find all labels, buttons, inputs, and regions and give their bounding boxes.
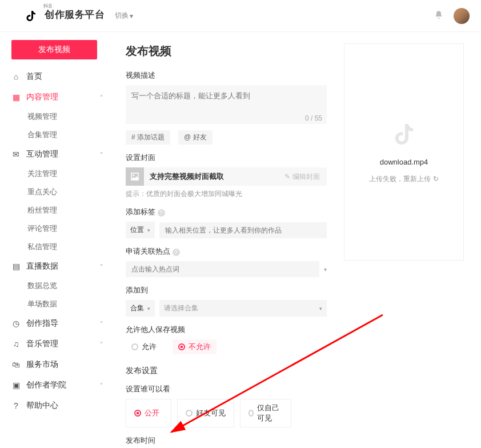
visibility-self-radio[interactable]: 仅自己可见 bbox=[240, 399, 291, 427]
upload-status[interactable]: 上传失败，重新上传 ↻ bbox=[369, 174, 438, 184]
help-icon: ? bbox=[11, 401, 21, 410]
brand-name: 创作服务平台 bbox=[45, 9, 105, 20]
music-icon: ♫ bbox=[11, 339, 21, 349]
location-input[interactable] bbox=[159, 222, 327, 238]
tag-label: 添加标签 ? bbox=[126, 207, 327, 217]
tag-type-select[interactable]: 位置▾ bbox=[126, 222, 155, 238]
publish-time-label: 发布时间 bbox=[126, 435, 327, 446]
sidebar-item-fans[interactable]: 粉丝管理 bbox=[27, 201, 103, 219]
cover-thumb-icon bbox=[126, 167, 144, 186]
chevron-down-icon: ▾ bbox=[147, 306, 150, 311]
add-topic-chip[interactable]: # 添加话题 bbox=[126, 130, 170, 145]
cover-text: 支持完整视频封面截取 bbox=[144, 171, 278, 182]
chevron-down-icon: ▾ bbox=[130, 12, 133, 20]
douyin-logo-icon bbox=[23, 8, 39, 24]
chevron-up-icon: ˄ bbox=[100, 263, 103, 270]
douyin-placeholder-icon bbox=[390, 121, 418, 150]
bars-icon: ▤ bbox=[11, 262, 21, 271]
sidebar-item-single-session[interactable]: 单场数据 bbox=[27, 295, 103, 313]
hotspot-label: 申请关联热点 ? bbox=[126, 246, 327, 257]
addto-label: 添加到 bbox=[126, 285, 327, 295]
sidebar-item-market[interactable]: 🛍服务市场 bbox=[11, 354, 103, 375]
preview-filename: download.mp4 bbox=[380, 158, 428, 166]
chevron-down-icon: ▾ bbox=[324, 266, 327, 273]
sidebar-item-collection-manage[interactable]: 合集管理 bbox=[27, 126, 103, 144]
sidebar-item-video-manage[interactable]: 视频管理 bbox=[27, 107, 103, 126]
switch-link[interactable]: 切换 ▾ bbox=[115, 11, 133, 21]
chevron-down-icon: ▾ bbox=[147, 227, 150, 233]
allowsave-yes-radio[interactable]: 允许 bbox=[126, 339, 162, 354]
publish-video-button[interactable]: 发布视频 bbox=[11, 40, 97, 59]
allowsave-label: 允许他人保存视频 bbox=[126, 325, 327, 335]
sidebar-item-guide[interactable]: ◷创作指导˅ bbox=[11, 313, 103, 334]
help-icon[interactable]: ? bbox=[158, 209, 165, 217]
sidebar-item-home[interactable]: ⌂首页 bbox=[11, 66, 103, 87]
char-counter: 0 / 55 bbox=[305, 114, 322, 122]
cart-icon: 🛍 bbox=[11, 360, 21, 369]
cover-label: 设置封面 bbox=[126, 153, 327, 163]
hotspot-input[interactable] bbox=[126, 261, 319, 277]
addto-type-select[interactable]: 合集▾ bbox=[126, 300, 155, 317]
chevron-down-icon: ˅ bbox=[100, 321, 103, 327]
sidebar-item-focus[interactable]: 重点关心 bbox=[27, 183, 103, 201]
sidebar-item-content[interactable]: ▦内容管理˄ bbox=[11, 87, 103, 107]
sidebar: 发布视频 ⌂首页 ▦内容管理˄ 视频管理 合集管理 ✉互动管理˄ 关注管理 重点… bbox=[0, 32, 114, 422]
bell-icon[interactable] bbox=[434, 10, 443, 22]
chevron-down-icon: ˅ bbox=[100, 382, 103, 389]
brand-sub: 抖音 bbox=[43, 3, 53, 9]
sidebar-item-dm[interactable]: 私信管理 bbox=[27, 238, 103, 256]
help-icon[interactable]: ? bbox=[173, 249, 180, 256]
allowsave-no-radio[interactable]: 不允许 bbox=[173, 339, 217, 354]
sidebar-item-comments[interactable]: 评论管理 bbox=[27, 219, 103, 238]
description-input[interactable] bbox=[126, 85, 327, 124]
edit-cover-button[interactable]: ✎ 编辑封面 bbox=[278, 172, 327, 182]
sidebar-item-live[interactable]: ▤直播数据˄ bbox=[11, 256, 103, 277]
compass-icon: ◷ bbox=[11, 319, 21, 328]
sidebar-item-interaction[interactable]: ✉互动管理˄ bbox=[11, 144, 103, 165]
video-preview: download.mp4 上传失败，重新上传 ↻ bbox=[344, 43, 464, 261]
page-title: 发布视频 bbox=[126, 43, 327, 59]
svg-point-0 bbox=[133, 174, 134, 176]
cover-hint: 提示：优质的封面会极大增加同城曝光 bbox=[126, 189, 327, 199]
top-bar: 抖音 创作服务平台 切换 ▾ bbox=[0, 0, 481, 32]
sidebar-item-data-overview[interactable]: 数据总览 bbox=[27, 277, 103, 295]
publish-settings-title: 发布设置 bbox=[126, 366, 327, 376]
sidebar-item-help[interactable]: ?帮助中心 bbox=[11, 395, 103, 416]
chevron-down-icon: ▾ bbox=[319, 306, 322, 311]
visibility-public-radio[interactable]: 公开 bbox=[126, 399, 171, 427]
chevron-up-icon: ˄ bbox=[100, 94, 103, 101]
cover-row: 支持完整视频封面截取 ✎ 编辑封面 bbox=[126, 167, 327, 186]
visibility-label: 设置谁可以看 bbox=[126, 384, 327, 394]
avatar[interactable] bbox=[454, 8, 470, 24]
home-icon: ⌂ bbox=[11, 72, 21, 81]
grid-icon: ▦ bbox=[11, 93, 21, 102]
pencil-icon: ✎ bbox=[284, 173, 290, 181]
chevron-up-icon: ˄ bbox=[100, 151, 103, 158]
chat-icon: ✉ bbox=[11, 150, 21, 159]
addto-collection-select[interactable]: 请选择合集▾ bbox=[159, 300, 327, 317]
sidebar-item-music[interactable]: ♫音乐管理˅ bbox=[11, 334, 103, 354]
visibility-friends-radio[interactable]: 好友可见 bbox=[177, 399, 234, 427]
mention-friend-chip[interactable]: @ 好友 bbox=[178, 130, 213, 145]
book-icon: ▣ bbox=[11, 381, 21, 390]
chevron-down-icon: ˅ bbox=[100, 341, 103, 347]
sidebar-item-follow[interactable]: 关注管理 bbox=[27, 165, 103, 183]
sidebar-item-academy[interactable]: ▣创作者学院˅ bbox=[11, 375, 103, 395]
desc-label: 视频描述 bbox=[126, 70, 327, 81]
